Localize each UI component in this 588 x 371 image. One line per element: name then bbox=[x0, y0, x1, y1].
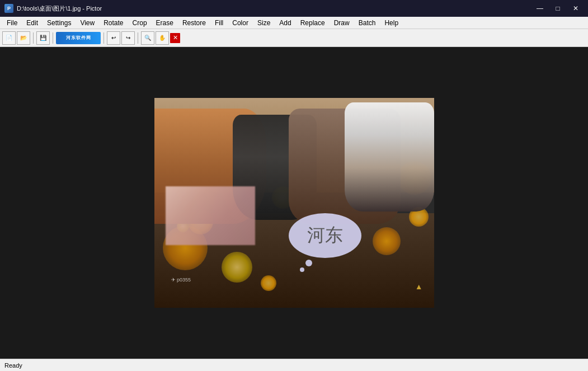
bokeh-7 bbox=[261, 275, 276, 291]
menu-restore[interactable]: Restore bbox=[178, 17, 210, 29]
toolbar-separator-3 bbox=[104, 32, 104, 44]
corner-arrow: ▲ bbox=[415, 282, 423, 291]
menu-fill[interactable]: Fill bbox=[210, 17, 228, 29]
bokeh-3 bbox=[222, 252, 252, 283]
menu-erase[interactable]: Erase bbox=[152, 17, 178, 29]
photo-canvas: 河东 ✈ p0355 ▲ bbox=[154, 98, 434, 308]
cancel-tool[interactable]: ✕ bbox=[170, 33, 180, 43]
watermark-logo: 河东软件网 bbox=[56, 32, 101, 44]
undo-button[interactable]: ↩ bbox=[107, 31, 120, 45]
save-button[interactable]: 💾 bbox=[36, 31, 50, 45]
menu-edit[interactable]: Edit bbox=[22, 17, 43, 29]
speech-bubble: 河东 bbox=[289, 213, 361, 258]
image-container: 河东 ✈ p0355 ▲ bbox=[154, 98, 434, 308]
speech-bubble-text: 河东 bbox=[307, 223, 343, 248]
main-area: 河东 ✈ p0355 ▲ bbox=[0, 47, 588, 359]
menu-draw[interactable]: Draw bbox=[330, 17, 354, 29]
menu-view[interactable]: View bbox=[76, 17, 99, 29]
window-controls: — □ ✕ bbox=[532, 3, 584, 13]
censored-area bbox=[166, 186, 255, 245]
minimize-button[interactable]: — bbox=[532, 3, 548, 13]
cat-rightmost bbox=[345, 102, 434, 212]
redo-button[interactable]: ↪ bbox=[121, 31, 135, 45]
corner-logo: ✈ p0355 bbox=[171, 277, 191, 283]
menu-file[interactable]: File bbox=[2, 17, 22, 29]
open-button[interactable]: 📂 bbox=[17, 31, 30, 45]
toolbar: 📄 📂 💾 河东软件网 ↩ ↪ 🔍 ✋ ✕ bbox=[0, 29, 588, 47]
toolbar-separator-1 bbox=[33, 32, 34, 44]
menu-size[interactable]: Size bbox=[253, 17, 275, 29]
toolbar-separator-2 bbox=[53, 32, 53, 44]
title-bar: P D:\tools\桌面\图片\1.jpg - Pictor — □ ✕ bbox=[0, 0, 588, 17]
status-text: Ready bbox=[4, 362, 22, 369]
menu-replace[interactable]: Replace bbox=[296, 17, 330, 29]
title-bar-left: P D:\tools\桌面\图片\1.jpg - Pictor bbox=[4, 4, 102, 13]
bokeh-9 bbox=[373, 227, 401, 255]
app-icon: P bbox=[4, 4, 13, 13]
toolbar-watermark: 河东软件网 bbox=[56, 32, 101, 44]
hand-tool[interactable]: ✋ bbox=[156, 31, 169, 45]
menu-add[interactable]: Add bbox=[275, 17, 295, 29]
zoom-in-button[interactable]: 🔍 bbox=[141, 31, 154, 45]
menu-rotate[interactable]: Rotate bbox=[99, 17, 128, 29]
maximize-button[interactable]: □ bbox=[550, 3, 566, 13]
menu-bar: File Edit Settings View Rotate Crop Eras… bbox=[0, 17, 588, 29]
menu-color[interactable]: Color bbox=[228, 17, 253, 29]
close-button[interactable]: ✕ bbox=[568, 3, 584, 13]
new-button[interactable]: 📄 bbox=[2, 31, 16, 45]
menu-batch[interactable]: Batch bbox=[354, 17, 380, 29]
menu-crop[interactable]: Crop bbox=[128, 17, 152, 29]
status-bar: Ready bbox=[0, 359, 588, 371]
window-title: D:\tools\桌面\图片\1.jpg - Pictor bbox=[17, 4, 102, 13]
menu-settings[interactable]: Settings bbox=[43, 17, 76, 29]
toolbar-separator-4 bbox=[138, 32, 138, 44]
menu-help[interactable]: Help bbox=[380, 17, 403, 29]
